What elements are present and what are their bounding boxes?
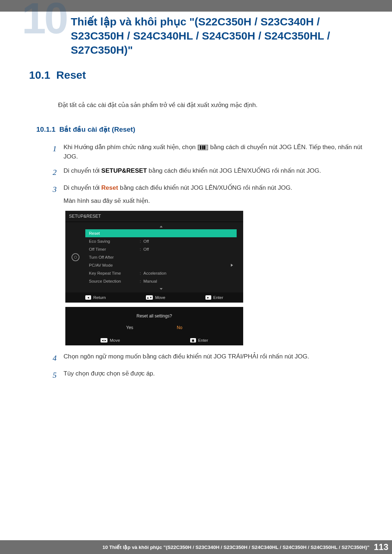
step-text: Khi Hướng dẫn phím chức năng xuất hiện, …: [64, 144, 199, 151]
osd-item-value: Off: [143, 239, 233, 243]
section-description: Đặt tất cả các cài đặt của sản phẩm trở …: [58, 101, 370, 109]
menu-name-highlight: Reset: [101, 184, 118, 191]
osd-item-label: Off Timer: [89, 247, 140, 251]
hint-label: Enter: [213, 295, 224, 300]
step-3: 3 Di chuyển tới Reset bằng cách điều khi…: [53, 183, 370, 205]
osd-return-hint: ◄Return: [85, 295, 106, 300]
osd-colon: :: [140, 279, 143, 283]
step-body: Khi Hướng dẫn phím chức năng xuất hiện, …: [64, 143, 370, 161]
osd-confirm-footer: ◄►Move ▣Enter: [65, 335, 243, 345]
osd-category-icon-col: [65, 222, 85, 292]
section-name: Reset: [56, 69, 86, 81]
osd-enter-hint: ▣Enter: [190, 338, 208, 342]
hint-label: Move: [155, 295, 165, 300]
updown-key-icon: ▲▼: [146, 295, 153, 300]
osd-colon: :: [140, 247, 143, 251]
osd-colon: :: [140, 271, 143, 275]
confirm-question: Reset all settings?: [65, 313, 243, 319]
left-key-icon: ◄: [85, 295, 91, 300]
osd-menu-list: ResetEco Saving:OffOff Timer:OffTurn Off…: [85, 222, 237, 292]
footer-text: 10 Thiết lập và khôi phục "(S22C350H / S…: [102, 544, 369, 550]
osd-submenu-arrow-col: [237, 222, 243, 292]
step-5: 5 Tùy chọn được chọn sẽ được áp.: [53, 369, 370, 381]
subsection-title: 10.1.1 Bắt đầu cài đặt (Reset): [36, 125, 370, 134]
leftright-key-icon: ◄►: [101, 338, 108, 342]
content: 10.1 Reset Đặt tất cả các cài đặt của sả…: [29, 69, 370, 386]
step-4: 4 Chọn ngôn ngữ mong muốn bằng cách điều…: [53, 352, 370, 364]
step-2: 2 Di chuyển tới SETUP&RESET bằng cách đi…: [53, 166, 370, 178]
step-number: 5: [53, 369, 64, 381]
menu-name-bold: SETUP&RESET: [101, 167, 147, 174]
osd-confirm-dialog: Reset all settings? Yes No ◄►Move ▣Enter: [65, 307, 243, 345]
osd-menu-item[interactable]: Off Timer:Off: [85, 245, 237, 253]
subsection-number: 10.1.1: [36, 126, 56, 133]
osd-item-label: Key Repeat Time: [89, 271, 140, 275]
scroll-up-icon: [160, 226, 163, 227]
osd-menu-item[interactable]: Source Detection:Manual: [85, 277, 237, 285]
chapter-title: Thiết lập và khôi phục "(S22C350H / S23C…: [71, 15, 370, 57]
step-text: bằng cách điều khiển nút JOG LÊN/XUỐNG r…: [118, 184, 292, 191]
subsection-name: Bắt đầu cài đặt (Reset): [59, 126, 135, 133]
osd-header: SETUP&RESET: [65, 211, 243, 222]
section-number: 10.1: [29, 69, 50, 81]
osd-menu-item[interactable]: Key Repeat Time:Acceleration: [85, 269, 237, 277]
osd-screenshot: SETUP&RESET ResetEco Saving:OffOff Timer…: [65, 211, 370, 345]
gear-icon: [72, 253, 79, 261]
step-number: 3: [53, 183, 64, 195]
scroll-down-icon: [160, 288, 163, 290]
osd-menu-item[interactable]: Turn Off After: [85, 253, 237, 261]
osd-footer: ◄Return ▲▼Move ►Enter: [65, 292, 243, 303]
step-text: Di chuyển tới: [64, 167, 101, 174]
step-body: Tùy chọn được chọn sẽ được áp.: [64, 369, 370, 378]
confirm-no[interactable]: No: [177, 325, 182, 330]
page-footer: 10 Thiết lập và khôi phục "(S22C350H / S…: [0, 540, 392, 554]
osd-item-label: PC/AV Mode: [89, 263, 140, 267]
osd-item-label: Reset: [89, 231, 140, 235]
step-body: Chọn ngôn ngữ mong muốn bằng cách điều k…: [64, 352, 370, 361]
hint-label: Return: [93, 295, 106, 300]
page-number: 113: [374, 542, 388, 552]
menu-icon: [199, 145, 207, 150]
step-text: bằng cách điều khiển nút JOG LÊN/XUỐNG r…: [147, 167, 321, 174]
press-key-icon: ▣: [190, 338, 196, 342]
right-key-icon: ►: [205, 295, 211, 300]
step-body: Di chuyển tới SETUP&RESET bằng cách điều…: [64, 166, 370, 176]
chapter-number-bg: 10: [22, 0, 66, 40]
osd-item-value: Acceleration: [143, 271, 233, 275]
confirm-yes[interactable]: Yes: [126, 325, 134, 330]
osd-move-hint: ◄►Move: [101, 338, 120, 342]
step-note: Màn hình sau đây sẽ xuất hiện.: [64, 197, 150, 204]
submenu-arrow-icon: [231, 264, 233, 267]
osd-item-value: Manual: [143, 279, 233, 283]
hint-label: Move: [110, 338, 120, 342]
osd-colon: :: [140, 239, 143, 243]
osd-enter-hint: ►Enter: [205, 295, 224, 300]
step-text: Di chuyển tới: [64, 184, 101, 191]
osd-menu-item[interactable]: Eco Saving:Off: [85, 237, 237, 245]
step-number: 1: [53, 143, 64, 155]
step-number: 4: [53, 352, 64, 364]
step-number: 2: [53, 166, 64, 178]
section-title: 10.1 Reset: [29, 69, 370, 81]
osd-item-value: Off: [143, 247, 233, 251]
step-1: 1 Khi Hướng dẫn phím chức năng xuất hiện…: [53, 143, 370, 161]
osd-menu-item[interactable]: Reset: [85, 229, 237, 237]
osd-item-label: Eco Saving: [89, 239, 140, 243]
osd-item-label: Turn Off After: [89, 255, 140, 259]
osd-item-label: Source Detection: [89, 279, 140, 283]
osd-move-hint: ▲▼Move: [146, 295, 166, 300]
osd-menu-item[interactable]: PC/AV Mode: [85, 261, 237, 269]
hint-label: Enter: [198, 338, 208, 342]
step-body: Di chuyển tới Reset bằng cách điều khiển…: [64, 183, 370, 205]
